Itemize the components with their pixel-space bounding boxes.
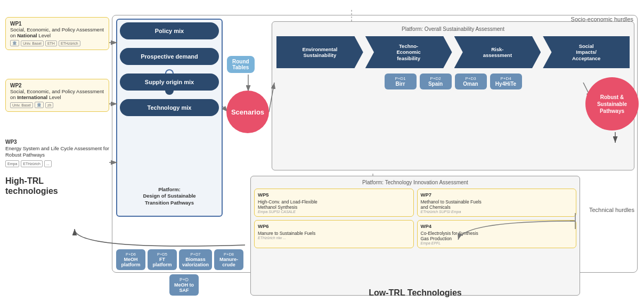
pd1-name: Birr [389,81,412,87]
wp3-logo2: ETHzürich [21,160,43,167]
platform-osa-label: Platform: Overall Sustainability Assessm… [276,26,630,32]
pd5-num: P+D5 [151,252,174,257]
wp5-desc: High-Conv. and Load-Flexible Methanol Sy… [258,199,410,210]
wp7-title: WP7 [421,192,573,198]
wp4-logos: Empa EPFL [421,241,573,245]
policy-mix-button[interactable]: Policy mix [120,22,219,39]
wp1-logo1: 🏛️ [10,40,19,46]
wp6-title: WP6 [258,223,410,229]
wp5-title: WP5 [258,192,410,198]
wp2-logos: Univ. Basel 🏛️ zh [10,102,104,108]
wp4-desc: Co-Electrolysis for Synthesis Gas Produc… [421,231,573,241]
pd3-box: P+D3 Oman [455,74,487,89]
tech-hurdles-label: Technical hurdles [589,207,634,213]
pd1-box: P+D1 Birr [385,74,417,89]
wp1-box: WP1 Social, Economic, and Policy Assessm… [5,17,109,50]
wp3-desc: Energy System and Life Cycle Assessment … [5,145,109,159]
pd4-num: P+D4 [494,76,518,81]
wp3-title: WP3 [5,138,109,145]
wp3-logo1: Empa [5,160,19,167]
pd3-name: Oman [459,81,483,87]
round-tables-box: Round Tables [227,56,255,73]
wp2-section: WP2 Social, Economic, and Policy Assessm… [5,79,109,116]
wp3-inner: WP3 Energy System and Life Cycle Assessm… [5,138,109,167]
wp2-title: WP2 [10,83,104,88]
meoh-saf-name: MeOH to SAF [174,282,194,293]
tia-top-row: WP5 High-Conv. and Load-Flexible Methano… [254,189,576,217]
pd6-name: MeOH platform [119,257,142,267]
meoh-saf-num: P+D [174,277,194,282]
wp2-box: WP2 Social, Economic, and Policy Assessm… [5,79,109,112]
pd8-box: P+D8 Manure- crude [214,249,243,270]
pd4-name: Hy4HiTe [494,81,518,87]
pd7-name: Biomass valorization [182,257,209,267]
wp7-desc: Methanol to Sustainable Fuels and Chemic… [421,199,573,210]
wp3-logo3: ... [44,160,52,167]
wp2-logo1: Univ. Basel [10,102,33,108]
pd1-num: P+D1 [389,76,412,81]
wp7-logos: ETHzürich SUPSI Empa [421,210,573,214]
pd6-num: P+D6 [119,252,142,257]
platform-design-label: Platform: Design of Sustainable Transiti… [116,186,223,206]
wp7-box: WP7 Methanol to Sustainable Fuels and Ch… [417,189,577,217]
wp5-logos: Empa SUPSI CASALE [258,210,410,214]
wp1-logo2: Univ. Basel [21,40,44,46]
wp4-box: WP4 Co-Electrolysis for Synthesis Gas Pr… [417,220,577,248]
pd3-num: P+D3 [459,76,483,81]
pd6-box: P+D6 MeOH platform [116,249,145,270]
pd7-num: P+D7 [182,252,209,257]
wp1-logo4: ETHzürich [59,40,80,46]
wp1-desc: Social, Economic, and Policy Assessment … [10,27,104,38]
wp1-logos: 🏛️ Univ. Basel ETH ETHzürich [10,40,104,46]
assessment-row: Environmental Sustainability Techno- Eco… [276,36,630,68]
platform-osa-box: Platform: Overall Sustainability Assessm… [272,21,634,170]
technology-mix-button[interactable]: Technology mix [120,99,219,116]
wp1-section: WP1 Social, Economic, and Policy Assessm… [5,17,109,54]
wp3-section: WP3 Energy System and Life Cycle Assessm… [5,138,109,167]
wp2-desc: Social, Economic, and Policy Assessment … [10,88,104,100]
pd-row: P+D1 Birr P+D2 Spain P+D3 Oman P+D4 Hy4H… [276,74,630,89]
pd8-num: P+D8 [217,252,240,257]
pd2-name: Spain [424,81,447,87]
pd5-box: P+D5 FT platform [148,249,177,270]
low-trl-label: Low-TRL Technologies [250,288,580,298]
prospective-demand-button[interactable]: Prospective demand [120,48,219,65]
scenarios-circle: Scenarios [226,91,269,133]
wp6-box: WP6 Manure to Sustainable Fuels ETHzüric… [254,220,414,248]
supply-origin-button[interactable]: Supply origin mix [120,74,219,91]
wp6-desc: Manure to Sustainable Fuels [258,231,410,236]
robust-sustainable-pathways: Robust & Sustainable Pathways [585,77,639,130]
techno-economic-arrow: Techno- Economic feasibility [365,36,452,68]
wp4-title: WP4 [421,223,573,229]
pd8-name: Manure- crude [217,257,240,267]
wp1-title: WP1 [10,21,104,27]
pd2-box: P+D2 Spain [420,74,452,89]
platform-tia-box: Platform: Technology Innovation Assessme… [250,176,580,296]
wp5-box: WP5 High-Conv. and Load-Flexible Methano… [254,189,414,217]
high-trl-label: High-TRL technologies [5,176,58,196]
environmental-sustainability-arrow: Environmental Sustainability [276,36,363,68]
tia-bottom-row: WP6 Manure to Sustainable Fuels ETHzüric… [254,220,576,248]
main-container: Socio-economic hurdles Technical hurdles… [0,0,644,302]
pd2-num: P+D2 [424,76,447,81]
platform-tia-label: Platform: Technology Innovation Assessme… [254,179,576,185]
wp2-logo3: zh [45,102,53,108]
social-impacts-arrow: Social Impacts/ Acceptance [543,36,630,68]
meoh-saf-box: P+D MeOH to SAF [169,274,199,296]
risk-assessment-arrow: Risk- assessment [454,36,541,68]
wp3-logos: Empa ETHzürich ... [5,160,109,167]
wp1-logo3: ETH [45,40,57,46]
pd5-name: FT platform [151,257,174,267]
wp6-logos: ETHzürich nlw ... [258,236,410,240]
pd7-box: P+D7 Biomass valorization [179,249,212,270]
wp2-logo2: 🏛️ [35,102,44,108]
bottom-pd-row: P+D6 MeOH platform P+D5 FT platform P+D7… [116,249,243,270]
pd4-box: P+D4 Hy4HiTe [490,74,522,89]
